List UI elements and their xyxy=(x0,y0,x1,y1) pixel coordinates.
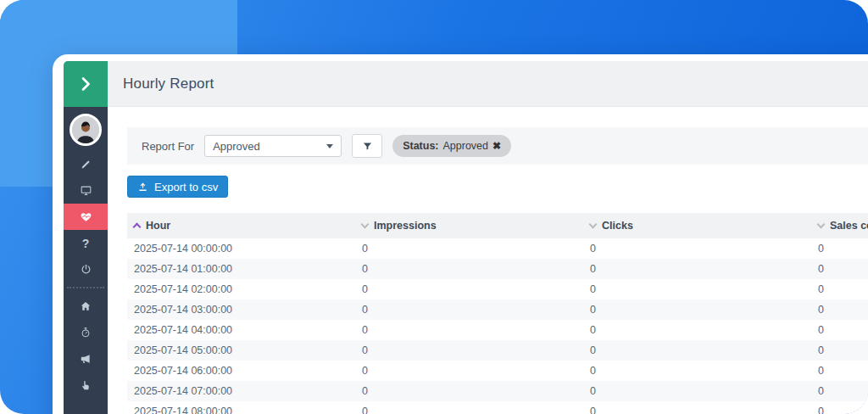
export-csv-label: Export to csv xyxy=(154,181,218,193)
table-row: 2025-07-14 06:00:00 0 0 0 xyxy=(127,361,868,381)
sidebar-item-timer[interactable] xyxy=(64,319,108,345)
table-row: 2025-07-14 01:00:00 0 0 0 xyxy=(127,259,868,279)
sidebar-item-announcements[interactable] xyxy=(64,345,108,372)
cell-hour: 2025-07-14 00:00:00 xyxy=(127,243,355,255)
sidebar-item-edit[interactable] xyxy=(64,151,108,177)
cell-impressions: 0 xyxy=(355,243,583,255)
cell-impressions: 0 xyxy=(355,283,583,295)
report-for-selected-value: Approved xyxy=(213,140,260,153)
question-mark-icon: ? xyxy=(82,237,90,250)
cell-impressions: 0 xyxy=(355,365,583,377)
cell-sales-count: 0 xyxy=(811,263,868,275)
cell-clicks: 0 xyxy=(583,344,811,356)
cell-sales-count: 0 xyxy=(811,406,868,414)
megaphone-icon xyxy=(80,353,92,365)
cell-impressions: 0 xyxy=(355,304,583,316)
table-row: 2025-07-14 00:00:00 0 0 0 xyxy=(127,238,868,259)
main-content: Report For Approved Status: Approved ✖ xyxy=(108,107,868,414)
table-row: 2025-07-14 02:00:00 0 0 0 xyxy=(127,279,868,299)
hourly-report-table: Hour Impressions Clicks Sales count xyxy=(127,213,868,414)
table-header-row: Hour Impressions Clicks Sales count xyxy=(127,213,868,238)
cell-sales-count: 0 xyxy=(811,243,868,255)
funnel-icon xyxy=(362,141,373,152)
hand-pointer-icon xyxy=(80,379,92,391)
home-icon xyxy=(80,300,92,312)
chevron-down-icon xyxy=(326,144,333,148)
cell-clicks: 0 xyxy=(583,304,811,316)
cell-impressions: 0 xyxy=(355,406,583,414)
column-header-sales-count[interactable]: Sales count xyxy=(811,220,868,232)
column-header-impressions[interactable]: Impressions xyxy=(355,220,583,232)
cell-hour: 2025-07-14 04:00:00 xyxy=(127,324,355,336)
heart-pulse-icon xyxy=(80,210,92,223)
user-avatar[interactable] xyxy=(70,114,102,146)
cell-clicks: 0 xyxy=(583,243,811,255)
cell-hour: 2025-07-14 08:00:00 xyxy=(127,406,355,414)
report-for-select[interactable]: Approved xyxy=(204,135,342,157)
sidebar-item-power[interactable] xyxy=(64,256,108,283)
sidebar-item-pointer[interactable] xyxy=(64,372,108,398)
export-csv-button[interactable]: Export to csv xyxy=(127,176,228,198)
sidebar-item-health-active[interactable] xyxy=(64,204,108,230)
cell-hour: 2025-07-14 03:00:00 xyxy=(127,304,355,316)
toolbar: Export to csv xyxy=(127,176,868,198)
status-filter-chip[interactable]: Status: Approved ✖ xyxy=(392,135,511,157)
cell-clicks: 0 xyxy=(583,283,811,295)
sort-icon xyxy=(589,220,598,228)
filter-bar: Report For Approved Status: Approved ✖ xyxy=(127,127,868,165)
sidebar-divider xyxy=(67,287,104,288)
report-for-label: Report For xyxy=(142,140,194,153)
cell-clicks: 0 xyxy=(583,263,811,275)
sidebar: ? xyxy=(64,107,108,414)
cell-clicks: 0 xyxy=(583,406,811,414)
chip-prefix: Status: xyxy=(403,140,438,152)
cell-sales-count: 0 xyxy=(811,324,868,336)
cell-impressions: 0 xyxy=(355,263,583,275)
cell-hour: 2025-07-14 05:00:00 xyxy=(127,344,355,356)
chevron-right-icon xyxy=(75,74,96,94)
sidebar-item-monitor[interactable] xyxy=(64,177,108,204)
window-header: Hourly Report xyxy=(108,61,868,107)
cell-sales-count: 0 xyxy=(811,283,868,295)
cell-impressions: 0 xyxy=(355,385,583,397)
close-icon[interactable]: ✖ xyxy=(492,140,501,152)
cell-sales-count: 0 xyxy=(811,344,868,356)
sidebar-toggle-button[interactable] xyxy=(64,61,108,107)
pencil-icon xyxy=(80,159,92,171)
monitor-icon xyxy=(80,184,92,197)
upload-icon xyxy=(137,182,148,193)
column-header-clicks[interactable]: Clicks xyxy=(583,220,811,232)
sort-asc-icon xyxy=(133,223,142,232)
cell-sales-count: 0 xyxy=(811,365,868,377)
sort-icon xyxy=(361,220,370,228)
window-top: Hourly Report xyxy=(64,61,868,107)
page-title: Hourly Report xyxy=(123,76,214,92)
cell-sales-count: 0 xyxy=(811,385,868,397)
table-row: 2025-07-14 05:00:00 0 0 0 xyxy=(127,340,868,361)
sidebar-item-home[interactable] xyxy=(64,293,108,319)
chip-value: Approved xyxy=(443,140,489,152)
cell-hour: 2025-07-14 07:00:00 xyxy=(127,385,355,397)
stopwatch-icon xyxy=(80,327,92,338)
cell-impressions: 0 xyxy=(355,324,583,336)
sort-icon xyxy=(817,220,826,228)
table-row: 2025-07-14 07:00:00 0 0 0 xyxy=(127,381,868,401)
cell-clicks: 0 xyxy=(583,324,811,336)
power-icon xyxy=(80,263,92,276)
window-body: ? xyxy=(64,107,868,414)
table-body: 2025-07-14 00:00:00 0 0 0 2025-07-14 01:… xyxy=(127,238,868,414)
table-row: 2025-07-14 08:00:00 0 0 0 xyxy=(127,401,868,414)
cell-hour: 2025-07-14 02:00:00 xyxy=(127,283,355,295)
cell-clicks: 0 xyxy=(583,365,811,377)
table-row: 2025-07-14 03:00:00 0 0 0 xyxy=(127,299,868,320)
page-background: Hourly Report xyxy=(0,0,868,414)
cell-sales-count: 0 xyxy=(811,304,868,316)
app-window: Hourly Report xyxy=(53,54,868,414)
cell-hour: 2025-07-14 06:00:00 xyxy=(127,365,355,377)
sidebar-item-help[interactable]: ? xyxy=(64,230,108,256)
column-header-hour[interactable]: Hour xyxy=(127,220,355,232)
filter-button[interactable] xyxy=(352,134,382,158)
cell-hour: 2025-07-14 01:00:00 xyxy=(127,263,355,275)
table-row: 2025-07-14 04:00:00 0 0 0 xyxy=(127,320,868,340)
cell-impressions: 0 xyxy=(355,344,583,356)
